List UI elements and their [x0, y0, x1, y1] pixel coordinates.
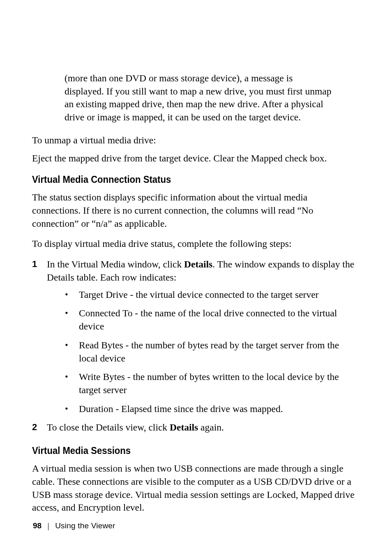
numbered-steps-list: 1 In the Virtual Media window, click Det…	[32, 258, 357, 434]
details-bold-1: Details	[184, 259, 212, 269]
status-steps-intro: To display virtual media drive status, c…	[32, 237, 357, 251]
details-bullet-list: Target Drive - the virtual device connec…	[62, 288, 357, 416]
heading-virtual-media-sessions: Virtual Media Sessions	[32, 445, 332, 456]
page-footer: 98 Using the Viewer	[33, 521, 115, 530]
page-number: 98	[33, 521, 42, 530]
step-1-text: In the Virtual Media window, click Detai…	[47, 259, 354, 283]
sessions-paragraph: A virtual media session is when two USB …	[32, 462, 357, 514]
bullet-write-bytes: Write Bytes - the number of bytes writte…	[62, 371, 357, 396]
step-1: 1 In the Virtual Media window, click Det…	[32, 258, 357, 415]
bullet-read-bytes: Read Bytes - the number of bytes read by…	[62, 339, 357, 365]
step-2: 2 To close the Details view, click Detai…	[32, 421, 357, 434]
step-2-suffix: again.	[198, 422, 224, 433]
step-2-text: To close the Details view, click Details…	[47, 422, 224, 433]
footer-divider	[48, 523, 48, 530]
bullet-duration: Duration - Elapsed time since the drive …	[62, 403, 357, 416]
bullet-connected-to: Connected To - the name of the local dri…	[62, 307, 357, 333]
intro-indented-paragraph: (more than one DVD or mass storage devic…	[65, 72, 333, 124]
step-number-1: 1	[32, 258, 37, 270]
step-1-prefix: In the Virtual Media window, click	[47, 259, 184, 269]
unmap-intro-line: To unmap a virtual media drive:	[32, 134, 357, 147]
eject-instruction-line: Eject the mapped drive from the target d…	[32, 152, 357, 165]
status-description-paragraph: The status section displays specific inf…	[32, 191, 357, 230]
step-number-2: 2	[32, 421, 37, 433]
details-bold-2: Details	[170, 422, 198, 433]
footer-section-title: Using the Viewer	[55, 521, 115, 530]
bullet-target-drive: Target Drive - the virtual device connec…	[62, 288, 357, 302]
step-2-prefix: To close the Details view, click	[47, 422, 170, 433]
heading-connection-status: Virtual Media Connection Status	[32, 174, 332, 185]
page-container: (more than one DVD or mass storage devic…	[0, 0, 392, 555]
